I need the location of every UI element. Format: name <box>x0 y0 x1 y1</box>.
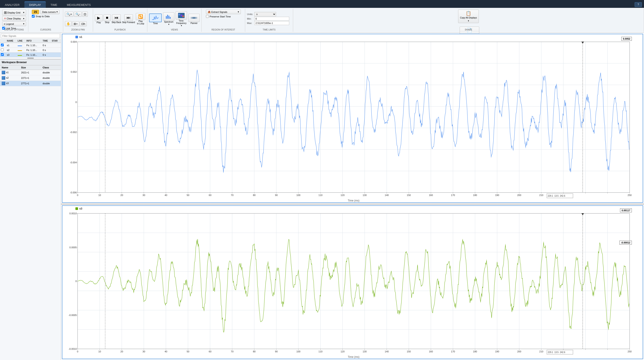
sidebar: NAME LINE INFO TIME STAR s1 Fs: 1.10... … <box>0 33 61 360</box>
zoom-pan-section: 🔍+ 🔍- ⊡ ✋ ⊞+ ⊡h ZOOM & PAN <box>63 9 93 32</box>
signal-time-s2: 0 s <box>42 48 51 52</box>
chart1-signal-name: s1 <box>79 35 82 38</box>
wb-row-s3[interactable]: s3 2771×1 double <box>0 81 61 86</box>
svg-rect-5 <box>178 14 180 15</box>
panner-label: Panner <box>190 22 198 24</box>
col-time: TIME <box>42 39 51 43</box>
spectrum-view-button[interactable] <box>163 12 174 21</box>
tab-analyzer[interactable]: ANALYZER <box>0 2 24 8</box>
col-check <box>0 39 6 43</box>
signal-row-s3[interactable]: s3 Fs: 1.10... 0 s <box>0 52 61 57</box>
chart-canvas-s1[interactable]: s1 0.0052 <box>62 34 643 202</box>
cursor-value-box-1: 0.0052 <box>621 37 632 41</box>
stop-button[interactable]: ■ <box>104 14 111 21</box>
play-in-loop-label: Playin Loop <box>137 20 144 25</box>
stop-label: Stop <box>105 21 110 23</box>
share-section: 📋 Copy All Displays ▾ 📄 Generate Script … <box>293 9 644 32</box>
preserve-start-time-checkbox[interactable] <box>206 15 209 18</box>
views-label: VIEWS <box>171 28 178 31</box>
pan-button[interactable]: ✋ <box>65 21 72 26</box>
cursor-value-box-2a: 0.00117 <box>620 208 632 212</box>
play-in-loop-button[interactable]: 🔁 <box>136 13 145 20</box>
wb-col-class: Class <box>41 65 61 70</box>
wb-size-s2: 2271×1 <box>20 75 41 81</box>
skip-back-button[interactable]: ⏮ <box>112 14 121 21</box>
col-info: INFO <box>26 39 42 43</box>
col-name: NAME <box>6 39 17 43</box>
region-of-interest-section: 📤 Extract Signals ▾ Preserve Start Time … <box>202 9 245 32</box>
data-cursors-button[interactable]: Data cursors ▾ <box>40 9 59 14</box>
play-label: Play <box>96 21 101 24</box>
zoom-out-button[interactable]: 🔍- <box>74 11 82 17</box>
extract-signals-button[interactable]: 📤 Extract Signals ▾ <box>206 9 241 14</box>
snap-to-data-label[interactable]: Snap to Data <box>32 15 50 18</box>
play-button[interactable]: ▶ <box>95 14 103 21</box>
snap-to-data-checkbox[interactable] <box>32 15 35 18</box>
signal-star-s3 <box>51 52 61 57</box>
signal-info-s3: Fs: 1.10... <box>26 52 42 57</box>
time-limits-label: TIME LIMITS <box>262 28 276 31</box>
time-frequency-button[interactable] <box>176 11 187 19</box>
signal-checkbox-s3[interactable] <box>1 53 4 56</box>
signal-checkbox-s2[interactable] <box>1 48 4 51</box>
wb-col-name: Name <box>0 65 20 70</box>
panner-button[interactable] <box>188 14 200 22</box>
chart-canvas-s3[interactable]: s3 0.00117 -0.00012 <box>62 206 643 359</box>
signal-star-s2 <box>51 48 61 52</box>
wb-row-s1[interactable]: s1 2621×1 double <box>0 70 61 75</box>
max-label: Max: <box>247 22 254 24</box>
views-section: Time Spectrum ▾ Time-Frequency ▾ <box>147 9 202 32</box>
svg-rect-3 <box>170 17 171 19</box>
legend-button[interactable]: ≡ Legend ▾ <box>2 21 26 26</box>
svg-rect-2 <box>168 16 169 19</box>
share-label: SHARE <box>465 28 472 31</box>
workspace-browser: Workspace Browser Name Size Class s1 262… <box>0 59 61 360</box>
spectrum-label: Spectrum <box>164 21 174 23</box>
toolbar: ⊞ Display Grid ▾ ✕ Clear Display ▾ ≡ Leg… <box>0 8 644 33</box>
wb-name-s2: s2 <box>0 75 20 81</box>
time-label: Time <box>153 22 158 25</box>
help-button[interactable]: ? <box>635 2 642 7</box>
chart-panel-s1: s1 0.0052 <box>62 34 643 203</box>
zoom-in-button[interactable]: 🔍+ <box>65 11 74 17</box>
time-view-button[interactable] <box>149 13 162 22</box>
wb-table-header: Name Size Class <box>0 65 61 70</box>
signal-color-s1 <box>18 45 22 46</box>
zoom-in-h-button[interactable]: ⊞+ <box>72 21 79 26</box>
chart1-label: s1 <box>76 35 82 38</box>
signal-star-s1 <box>51 43 61 48</box>
signal-name-s2: s2 <box>6 48 17 52</box>
units-label: Units: <box>247 13 254 15</box>
region-of-interest-label: REGION OF INTEREST <box>212 28 235 31</box>
copy-all-displays-button[interactable]: 📋 Copy All Displays ▾ <box>458 9 479 23</box>
skip-back-label: Skip Back <box>112 21 121 23</box>
sidebar-drag-handle[interactable] <box>27 58 34 59</box>
tab-display[interactable]: DISPLAY <box>24 1 46 8</box>
tab-time[interactable]: TIME <box>46 2 62 8</box>
signal-row-s1[interactable]: s1 Fs: 1.10... 0 s <box>0 43 61 48</box>
signal-row-s2[interactable]: s2 Fs: 1.10... 0 s <box>0 48 61 52</box>
zoom-pan-label: ZOOM & PAN <box>71 28 85 31</box>
display-grid-button[interactable]: ⊞ Display Grid ▾ <box>2 9 26 15</box>
zoom-fit-h-button[interactable]: ⊡h <box>80 21 87 26</box>
max-input[interactable] <box>254 21 289 25</box>
skip-forward-label: Skip Forward <box>122 21 135 23</box>
wb-row-s2[interactable]: s2 2271×1 double <box>0 75 61 81</box>
zoom-fit-button[interactable]: ⊡ <box>82 11 88 17</box>
skip-forward-button[interactable]: ⏭ <box>124 14 133 21</box>
wb-name-s1: s1 <box>0 70 20 75</box>
cursor-value-box-2b: -0.00012 <box>619 241 632 245</box>
chart-area: s1 0.0052 s3 0.00117 -0.00012 <box>61 33 644 360</box>
preserve-start-time-label[interactable]: Preserve Start Time <box>206 15 231 18</box>
units-select[interactable]: s ms <box>254 12 276 16</box>
chart1-dot <box>76 36 78 38</box>
clear-display-button[interactable]: ✕ Clear Display ▾ <box>2 16 26 21</box>
tab-measurements[interactable]: MEASUREMENTS <box>62 2 96 8</box>
min-input[interactable] <box>254 17 289 21</box>
nav-tabs: ANALYZER DISPLAY TIME MEASUREMENTS ? <box>0 0 644 8</box>
signal-checkbox-s1[interactable] <box>1 43 4 46</box>
chart-divider[interactable] <box>61 204 644 205</box>
workspace-browser-title: Workspace Browser <box>0 59 61 65</box>
svg-rect-7 <box>182 15 184 17</box>
filter-signals-input[interactable] <box>1 34 60 38</box>
